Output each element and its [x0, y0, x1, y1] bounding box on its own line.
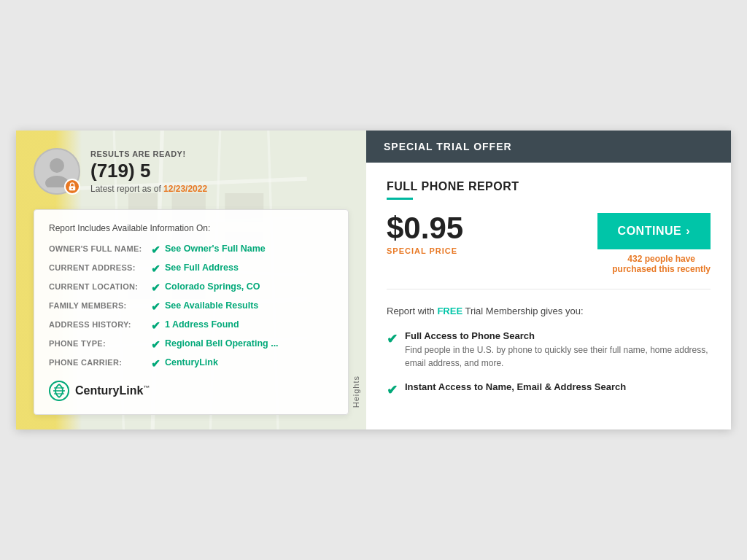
left-panel: RESULTS ARE READY! (719) 5 Latest report… [16, 131, 366, 429]
free-label: FREE [437, 306, 462, 316]
family-value: See Available Results [165, 300, 258, 311]
main-container: RESULTS ARE READY! (719) 5 Latest report… [16, 131, 731, 429]
price-row: $0.95 SPECIAL PRICE CONTINUE › 432 peopl… [387, 213, 711, 274]
family-label: FAMILY MEMBERS: [49, 300, 151, 310]
profile-header: RESULTS ARE READY! (719) 5 Latest report… [34, 148, 349, 195]
svg-point-17 [50, 158, 64, 173]
info-card: Report Includes Available Information On… [34, 209, 349, 415]
info-row-phone-type: PHONE TYPE: ✔ Regional Bell Operating ..… [49, 338, 333, 351]
avatar-wrap [34, 148, 80, 195]
report-date-value: 12/23/2022 [163, 184, 207, 194]
membership-prefix: Report with [387, 306, 437, 316]
report-title: FULL PHONE REPORT [387, 180, 711, 193]
check-icon-feature2: ✔ [387, 382, 398, 398]
info-row-address-history: ADDRESS HISTORY: ✔ 1 Address Found [49, 319, 333, 332]
location-value: Colorado Springs, CO [165, 281, 260, 292]
continue-label: CONTINUE [618, 225, 682, 238]
check-icon-owner: ✔ [151, 244, 160, 257]
continue-arrow: › [686, 225, 690, 238]
check-icon-feature1: ✔ [387, 331, 398, 347]
trademark: ™ [143, 384, 150, 392]
special-price-label: SPECIAL PRICE [387, 246, 463, 255]
century-text: Century [75, 384, 119, 397]
results-ready-label: RESULTS ARE READY! [90, 149, 349, 158]
membership-suffix: Trial Membership gives you: [462, 306, 583, 316]
phone-type-label: PHONE TYPE: [49, 338, 151, 348]
price-value: $0.95 [387, 213, 463, 244]
offer-content: FULL PHONE REPORT $0.95 SPECIAL PRICE CO… [366, 163, 731, 429]
location-label: CURRENT LOCATION: [49, 281, 151, 291]
phone-type-value: Regional Bell Operating ... [165, 338, 279, 349]
check-icon-carrier: ✔ [151, 357, 160, 370]
left-content: RESULTS ARE READY! (719) 5 Latest report… [16, 131, 366, 415]
info-row-location: CURRENT LOCATION: ✔ Colorado Springs, CO [49, 281, 333, 295]
teal-line [387, 198, 413, 200]
feature-title-2: Instant Access to Name, Email & Address … [405, 381, 711, 392]
info-row-phone-carrier: PHONE CARRIER: ✔ CenturyLink [49, 357, 333, 370]
link-text: Link [119, 384, 143, 397]
info-row-address: CURRENT ADDRESS: ✔ See Full Address [49, 262, 333, 276]
centurylink-logo: CenturyLink™ [49, 381, 333, 401]
check-icon-family: ✔ [151, 300, 160, 314]
report-date: Latest report as of 12/23/2022 [90, 184, 349, 194]
offer-header: SPECIAL TRIAL OFFER [366, 131, 731, 163]
divider [387, 289, 711, 289]
card-title: Report Includes Available Information On… [49, 223, 333, 233]
owner-label: OWNER'S FULL NAME: [49, 244, 151, 253]
feature-desc-1: Find people in the U.S. by phone to quic… [405, 343, 711, 370]
centurylink-text: CenturyLink™ [75, 384, 150, 397]
check-icon-location: ✔ [151, 281, 160, 295]
check-icon-address: ✔ [151, 262, 160, 276]
price-block: $0.95 SPECIAL PRICE [387, 213, 463, 255]
report-date-prefix: Latest report as of [90, 184, 163, 194]
phone-carrier-value: CenturyLink [165, 357, 218, 368]
info-row-family: FAMILY MEMBERS: ✔ See Available Results [49, 300, 333, 314]
price-cta-area: CONTINUE › 432 people have purchased thi… [597, 213, 711, 274]
centurylink-icon [49, 381, 69, 401]
address-history-label: ADDRESS HISTORY: [49, 319, 151, 329]
owner-value: See Owner's Full Name [165, 244, 266, 254]
info-row-owner: OWNER'S FULL NAME: ✔ See Owner's Full Na… [49, 244, 333, 257]
address-history-value: 1 Address Found [165, 319, 239, 330]
heights-label: Heights [352, 376, 360, 408]
address-label: CURRENT ADDRESS: [49, 262, 151, 272]
feature-text-1: Full Access to Phone Search Find people … [405, 330, 711, 370]
purchased-note: 432 people have purchased this recently [612, 254, 711, 274]
feature-text-2: Instant Access to Name, Email & Address … [405, 381, 711, 394]
feature-item-phone-search: ✔ Full Access to Phone Search Find peopl… [387, 330, 711, 370]
feature-title-1: Full Access to Phone Search [405, 330, 711, 341]
membership-title: Report with FREE Trial Membership gives … [387, 304, 711, 319]
address-value: See Full Address [165, 262, 239, 273]
continue-button[interactable]: CONTINUE › [597, 213, 711, 249]
check-icon-phone-type: ✔ [151, 338, 160, 351]
lock-badge [64, 179, 80, 195]
svg-point-20 [71, 188, 73, 190]
phone-carrier-label: PHONE CARRIER: [49, 357, 151, 367]
phone-number: (719) 5 [90, 160, 349, 182]
right-panel: SPECIAL TRIAL OFFER FULL PHONE REPORT $0… [366, 131, 731, 429]
lock-icon [68, 182, 77, 191]
feature-item-name-search: ✔ Instant Access to Name, Email & Addres… [387, 381, 711, 398]
check-icon-history: ✔ [151, 319, 160, 332]
profile-info: RESULTS ARE READY! (719) 5 Latest report… [90, 149, 349, 194]
